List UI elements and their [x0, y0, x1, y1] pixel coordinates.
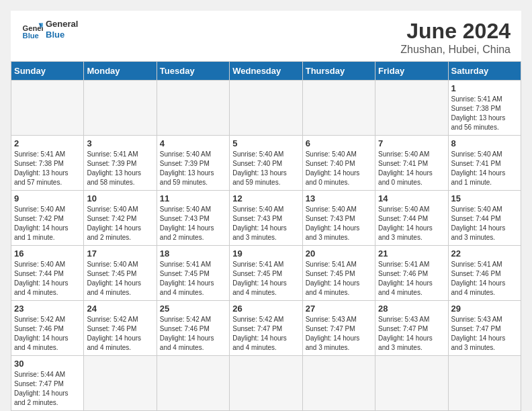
- header-thursday: Thursday: [302, 62, 375, 81]
- table-cell: [230, 81, 302, 136]
- calendar-table: Sunday Monday Tuesday Wednesday Thursday…: [11, 61, 521, 411]
- day-number: 18: [160, 248, 226, 259]
- day-number: 27: [306, 304, 372, 314]
- calendar-row-3: 16Sunrise: 5:40 AM Sunset: 7:44 PM Dayli…: [11, 246, 521, 301]
- calendar-container: General Blue General Blue June 2024 Zhus…: [11, 11, 521, 411]
- table-cell: 11Sunrise: 5:40 AM Sunset: 7:43 PM Dayli…: [157, 191, 229, 246]
- day-info: Sunrise: 5:40 AM Sunset: 7:41 PM Dayligh…: [378, 150, 445, 187]
- header-friday: Friday: [375, 62, 448, 81]
- weekday-header-row: Sunday Monday Tuesday Wednesday Thursday…: [11, 62, 521, 81]
- calendar-header: General Blue General Blue June 2024 Zhus…: [11, 11, 521, 61]
- day-number: 23: [14, 304, 81, 314]
- day-number: 7: [378, 138, 445, 148]
- table-cell: 9Sunrise: 5:40 AM Sunset: 7:42 PM Daylig…: [11, 191, 84, 246]
- table-cell: 3Sunrise: 5:41 AM Sunset: 7:39 PM Daylig…: [84, 136, 157, 191]
- table-cell: [375, 356, 448, 411]
- day-info: Sunrise: 5:42 AM Sunset: 7:47 PM Dayligh…: [232, 315, 299, 353]
- day-info: Sunrise: 5:44 AM Sunset: 7:47 PM Dayligh…: [14, 370, 81, 408]
- day-number: 19: [232, 248, 299, 259]
- table-cell: [375, 81, 448, 136]
- day-number: 10: [87, 193, 153, 203]
- logo: General Blue General Blue: [21, 19, 78, 40]
- day-info: Sunrise: 5:43 AM Sunset: 7:47 PM Dayligh…: [378, 315, 445, 353]
- table-cell: 15Sunrise: 5:40 AM Sunset: 7:44 PM Dayli…: [448, 191, 521, 246]
- day-info: Sunrise: 5:42 AM Sunset: 7:46 PM Dayligh…: [160, 315, 226, 353]
- table-cell: 25Sunrise: 5:42 AM Sunset: 7:46 PM Dayli…: [157, 301, 229, 356]
- table-cell: 6Sunrise: 5:40 AM Sunset: 7:40 PM Daylig…: [302, 136, 375, 191]
- table-cell: 22Sunrise: 5:41 AM Sunset: 7:46 PM Dayli…: [448, 246, 521, 301]
- day-number: 3: [87, 138, 153, 148]
- day-info: Sunrise: 5:40 AM Sunset: 7:40 PM Dayligh…: [232, 150, 299, 187]
- day-number: 13: [306, 193, 372, 203]
- svg-text:Blue: Blue: [23, 32, 39, 40]
- day-info: Sunrise: 5:42 AM Sunset: 7:46 PM Dayligh…: [14, 315, 81, 353]
- day-info: Sunrise: 5:41 AM Sunset: 7:45 PM Dayligh…: [306, 260, 372, 298]
- day-number: 1: [451, 83, 518, 93]
- day-info: Sunrise: 5:40 AM Sunset: 7:43 PM Dayligh…: [160, 205, 226, 242]
- day-info: Sunrise: 5:40 AM Sunset: 7:39 PM Dayligh…: [160, 150, 226, 187]
- calendar-row-0: 1Sunrise: 5:41 AM Sunset: 7:38 PM Daylig…: [11, 81, 521, 136]
- day-number: 16: [14, 248, 81, 259]
- day-info: Sunrise: 5:40 AM Sunset: 7:44 PM Dayligh…: [14, 260, 81, 298]
- table-cell: [230, 356, 302, 411]
- header-sunday: Sunday: [11, 62, 84, 81]
- table-cell: [448, 356, 521, 411]
- table-cell: 29Sunrise: 5:43 AM Sunset: 7:47 PM Dayli…: [448, 301, 521, 356]
- calendar-row-4: 23Sunrise: 5:42 AM Sunset: 7:46 PM Dayli…: [11, 301, 521, 356]
- day-number: 4: [160, 138, 226, 148]
- table-cell: 5Sunrise: 5:40 AM Sunset: 7:40 PM Daylig…: [230, 136, 302, 191]
- title-location: Zhushan, Hubei, China: [400, 44, 511, 56]
- table-cell: [302, 356, 375, 411]
- table-cell: 10Sunrise: 5:40 AM Sunset: 7:42 PM Dayli…: [84, 191, 157, 246]
- table-cell: [11, 81, 84, 136]
- table-cell: 21Sunrise: 5:41 AM Sunset: 7:46 PM Dayli…: [375, 246, 448, 301]
- day-number: 22: [451, 248, 518, 259]
- header-saturday: Saturday: [448, 62, 521, 81]
- logo-icon: General Blue: [21, 19, 43, 40]
- day-number: 12: [232, 193, 299, 203]
- day-number: 17: [87, 248, 153, 259]
- calendar-row-1: 2Sunrise: 5:41 AM Sunset: 7:38 PM Daylig…: [11, 136, 521, 191]
- day-number: 24: [87, 304, 153, 314]
- table-cell: 1Sunrise: 5:41 AM Sunset: 7:38 PM Daylig…: [448, 81, 521, 136]
- table-cell: 24Sunrise: 5:42 AM Sunset: 7:46 PM Dayli…: [84, 301, 157, 356]
- day-number: 30: [14, 359, 81, 369]
- day-number: 15: [451, 193, 518, 203]
- table-cell: 16Sunrise: 5:40 AM Sunset: 7:44 PM Dayli…: [11, 246, 84, 301]
- day-info: Sunrise: 5:41 AM Sunset: 7:38 PM Dayligh…: [451, 95, 518, 132]
- day-info: Sunrise: 5:41 AM Sunset: 7:38 PM Dayligh…: [14, 150, 81, 187]
- day-number: 6: [306, 138, 372, 148]
- day-number: 9: [14, 193, 81, 203]
- day-info: Sunrise: 5:41 AM Sunset: 7:46 PM Dayligh…: [451, 260, 518, 298]
- table-cell: 12Sunrise: 5:40 AM Sunset: 7:43 PM Dayli…: [230, 191, 302, 246]
- day-info: Sunrise: 5:41 AM Sunset: 7:39 PM Dayligh…: [87, 150, 153, 187]
- day-info: Sunrise: 5:40 AM Sunset: 7:43 PM Dayligh…: [232, 205, 299, 242]
- table-cell: [302, 81, 375, 136]
- day-number: 5: [232, 138, 299, 148]
- table-cell: 20Sunrise: 5:41 AM Sunset: 7:45 PM Dayli…: [302, 246, 375, 301]
- logo-blue-text: Blue: [46, 30, 78, 40]
- day-number: 2: [14, 138, 81, 148]
- day-info: Sunrise: 5:43 AM Sunset: 7:47 PM Dayligh…: [451, 315, 518, 353]
- title-month: June 2024: [400, 19, 511, 44]
- day-info: Sunrise: 5:40 AM Sunset: 7:41 PM Dayligh…: [451, 150, 518, 187]
- table-cell: 2Sunrise: 5:41 AM Sunset: 7:38 PM Daylig…: [11, 136, 84, 191]
- header-wednesday: Wednesday: [230, 62, 302, 81]
- table-cell: 28Sunrise: 5:43 AM Sunset: 7:47 PM Dayli…: [375, 301, 448, 356]
- day-number: 20: [306, 248, 372, 259]
- header-tuesday: Tuesday: [157, 62, 229, 81]
- day-info: Sunrise: 5:42 AM Sunset: 7:46 PM Dayligh…: [87, 315, 153, 353]
- day-info: Sunrise: 5:43 AM Sunset: 7:47 PM Dayligh…: [306, 315, 372, 353]
- table-cell: 8Sunrise: 5:40 AM Sunset: 7:41 PM Daylig…: [448, 136, 521, 191]
- day-info: Sunrise: 5:41 AM Sunset: 7:45 PM Dayligh…: [160, 260, 226, 298]
- day-info: Sunrise: 5:40 AM Sunset: 7:42 PM Dayligh…: [87, 205, 153, 242]
- title-block: June 2024 Zhushan, Hubei, China: [400, 19, 511, 56]
- day-number: 25: [160, 304, 226, 314]
- table-cell: [84, 81, 157, 136]
- day-number: 21: [378, 248, 445, 259]
- day-info: Sunrise: 5:40 AM Sunset: 7:44 PM Dayligh…: [378, 205, 445, 242]
- day-number: 29: [451, 304, 518, 314]
- table-cell: 7Sunrise: 5:40 AM Sunset: 7:41 PM Daylig…: [375, 136, 448, 191]
- table-cell: 17Sunrise: 5:40 AM Sunset: 7:45 PM Dayli…: [84, 246, 157, 301]
- table-cell: [157, 356, 229, 411]
